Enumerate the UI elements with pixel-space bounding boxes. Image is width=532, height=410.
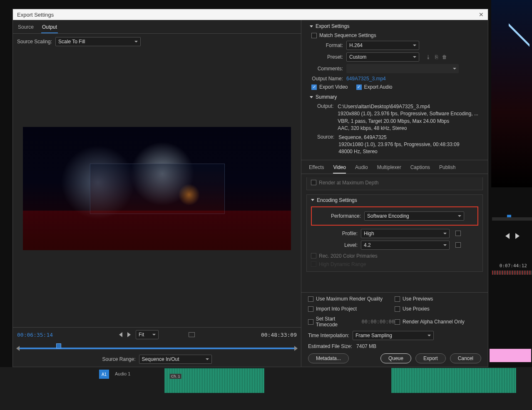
tab-video[interactable]: Video [333, 163, 346, 174]
format-label: Format: [310, 42, 343, 48]
comments-label: Comments: [310, 66, 343, 72]
summary-header[interactable]: Summary [310, 94, 481, 100]
encoding-settings-header[interactable]: Encoding Settings [311, 197, 478, 203]
preset-label: Preset: [310, 54, 343, 60]
max-render-quality-checkbox[interactable]: Use Maximum Render Quality [308, 296, 395, 302]
preset-dropdown[interactable]: Custom [346, 52, 419, 62]
start-timecode-checkbox[interactable]: Set Start Timecode00:00:00:00 [308, 316, 395, 328]
summary-source-label: Source: [317, 134, 334, 156]
time-interp-label: Time Interpolation: [308, 333, 349, 338]
delete-preset-icon[interactable]: 🗑 [442, 54, 447, 60]
dialog-titlebar: Export Settings ✕ [13, 9, 488, 20]
in-timecode[interactable]: 00:06:35:14 [17, 332, 53, 338]
chevron-down-icon [310, 25, 313, 27]
preview-pane: Source Output Source Scaling: Scale To F… [13, 20, 301, 367]
export-settings-header[interactable]: Export Settings [310, 23, 481, 29]
level-label: Level: [311, 242, 358, 248]
encoding-settings-panel: Encoding Settings Performance: Software … [306, 194, 483, 272]
chevron-down-icon [310, 96, 313, 98]
zoom-fit-dropdown[interactable]: Fit [136, 330, 159, 339]
tab-publish[interactable]: Publish [439, 163, 455, 174]
export-button[interactable]: Export [415, 353, 446, 363]
save-preset-icon[interactable]: ⭳ [426, 54, 431, 60]
preview-tabs: Source Output [13, 20, 301, 34]
playhead-icon[interactable] [56, 343, 61, 348]
est-size-label: Estimated File Size: [308, 343, 352, 349]
hdr-checkbox: High Dynamic Range [311, 261, 478, 267]
prev-panel-cutoff: Render at Maximum Depth [306, 177, 483, 190]
timeline-scrubber[interactable] [17, 342, 297, 353]
est-size-value: 7407 MB [356, 343, 376, 349]
channel-badge-1: Ch. 1 [170, 374, 181, 379]
tab-effects[interactable]: Effects [309, 163, 324, 174]
output-name-link[interactable]: 649A7325_3.mp4 [346, 76, 386, 82]
format-dropdown[interactable]: H.264 [346, 41, 419, 50]
bg-audio-wave-1 [164, 368, 264, 393]
summary-output-label: Output: [317, 103, 333, 132]
bg-audio-wave-2 [391, 368, 516, 393]
profile-label: Profile: [311, 231, 358, 236]
source-scaling-label: Source Scaling: [17, 39, 52, 45]
tab-multiplexer[interactable]: Multiplexer [377, 163, 401, 174]
bg-transport [505, 233, 520, 239]
queue-button[interactable]: Queue [380, 353, 411, 363]
metadata-button[interactable]: Metadata... [308, 353, 349, 363]
tab-output[interactable]: Output [41, 22, 58, 33]
source-scaling-dropdown[interactable]: Scale To Fill [55, 37, 141, 46]
aspect-ratio-icon[interactable] [189, 332, 195, 337]
dialog-title: Export Settings [17, 12, 54, 18]
render-alpha-checkbox[interactable]: Render Alpha Channel Only [395, 316, 481, 328]
comments-input[interactable] [346, 64, 459, 73]
step-fwd-icon[interactable] [127, 332, 131, 337]
out-timecode: 00:48:33:09 [261, 332, 297, 338]
export-video-checkbox[interactable]: Export Video [311, 84, 348, 90]
encoding-tabs: Effects Video Audio Multiplexer Captions… [301, 160, 488, 174]
chevron-down-icon [311, 199, 314, 201]
bg-ruler-top [492, 217, 532, 221]
time-interp-dropdown[interactable]: Frame Sampling [353, 331, 434, 340]
video-settings-body: Render at Maximum Depth Encoding Setting… [301, 174, 488, 292]
max-depth-checkbox[interactable]: Render at Maximum Depth [311, 180, 478, 186]
bg-clip-pink [490, 349, 531, 362]
use-previews-checkbox[interactable]: Use Previews [395, 296, 481, 302]
match-sequence-checkbox[interactable]: Match Sequence Settings [311, 32, 481, 38]
preview-image [23, 127, 291, 250]
level-lock-checkbox[interactable] [455, 242, 461, 248]
profile-dropdown[interactable]: High [361, 229, 450, 238]
close-icon[interactable]: ✕ [479, 11, 484, 18]
track-audio-label: Audio 1 [115, 371, 130, 376]
bg-ruler [492, 271, 532, 275]
source-range-dropdown[interactable]: Sequence In/Out [139, 355, 212, 364]
bg-timecode: 0:07:44:12 [500, 263, 527, 268]
performance-highlight: Performance: Software Encoding [311, 206, 478, 226]
start-timecode-value: 00:00:00:00 [362, 319, 395, 325]
summary-output-text: C:\Users\altan\Desktop\649A7325_3.mp4 19… [335, 103, 478, 132]
preview-output[interactable] [23, 127, 291, 250]
step-back-icon[interactable] [119, 332, 122, 337]
cancel-button[interactable]: Cancel [450, 353, 481, 363]
export-bottom-options: Use Maximum Render Quality Use Previews … [301, 292, 488, 367]
profile-lock-checkbox[interactable] [455, 231, 461, 236]
summary-source-text: Sequence, 649A7325 1920x1080 (1.0), 23.9… [336, 134, 459, 156]
import-preset-icon[interactable]: ⎘ [435, 54, 438, 60]
track-a1-badge[interactable]: A1 [99, 370, 109, 379]
source-range-label: Source Range: [102, 356, 135, 362]
tab-captions[interactable]: Captions [410, 163, 430, 174]
rec2020-checkbox[interactable]: Rec. 2020 Color Primaries [311, 253, 478, 259]
tab-source[interactable]: Source [17, 22, 35, 33]
level-dropdown[interactable]: 4.2 [361, 241, 450, 250]
bg-program-monitor [491, 0, 532, 187]
performance-dropdown[interactable]: Software Encoding [364, 211, 464, 221]
import-project-checkbox[interactable]: Import Into Project [308, 306, 395, 312]
export-audio-checkbox[interactable]: Export Audio [356, 84, 393, 90]
use-proxies-checkbox[interactable]: Use Proxies [395, 306, 481, 312]
export-settings-dialog: Export Settings ✕ Source Output Source S… [12, 9, 488, 367]
tab-audio[interactable]: Audio [355, 163, 368, 174]
output-name-label: Output Name: [310, 76, 343, 82]
performance-label: Performance: [314, 213, 361, 219]
settings-pane: Export Settings Match Sequence Settings … [301, 20, 488, 367]
export-settings-section: Export Settings Match Sequence Settings … [301, 20, 488, 160]
transport-bar: 00:06:35:14 Fit 00:48:33:09 Source Ran [13, 327, 301, 367]
